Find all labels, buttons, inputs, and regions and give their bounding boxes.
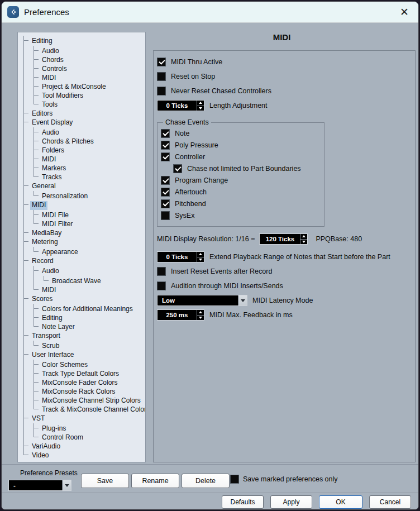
row-sysex: SysEx [161,209,324,221]
row-length-adjustment: 0 TicksLength Adjustment [157,98,411,113]
chevron-down-icon[interactable] [238,295,247,305]
row-pitchbend: Pitchbend [161,198,324,209]
cancel-button[interactable]: Cancel [369,495,411,509]
row-midi-thru-active: MIDI Thru Active [157,55,411,69]
defaults-button[interactable]: Defaults [222,495,264,509]
preset-buttons: SaveRenameDelete [81,474,230,488]
midi-settings-box: MIDI Thru ActiveReset on StopNever Reset… [153,50,416,462]
ok-button[interactable]: OK [319,495,362,509]
spinner-arrows-icon[interactable] [197,101,204,111]
preferences-tree: EditingAudioChordsControlsMIDIProject & … [19,36,144,459]
chevron-down-icon[interactable] [62,480,71,490]
midi-latency-mode-label: MIDI Latency Mode [252,297,313,304]
preference-presets-label: Preference Presets [20,469,78,477]
length-adjustment-label: Length Adjustment [209,102,268,109]
controller-label: Controller [175,153,205,161]
buttons-divider [2,492,418,493]
chase-events-legend: Chase Events [163,118,211,126]
spinner-arrows-icon[interactable] [197,252,204,262]
save-marked-checkbox[interactable] [230,475,239,484]
program-change-checkbox[interactable] [161,176,170,185]
rename-button[interactable]: Rename [131,474,179,488]
program-change-label: Program Change [175,176,228,184]
sidebar-item-editing[interactable]: Editing [30,37,54,46]
close-icon[interactable]: ✕ [396,4,413,21]
poly-pressure-label: Poly Pressure [175,141,218,149]
midi-max-feedback-in-ms-spinner[interactable]: 250 ms [157,309,204,321]
sidebar-item-general[interactable]: General [30,182,58,191]
row-extend-playback-range-of-notes-that-start-before-the-part: 0 TicksExtend Playback Range of Notes th… [157,250,411,264]
pitchbend-label: Pitchbend [175,200,206,208]
row-never-reset-chased-controllers: Never Reset Chased Controllers [157,84,411,98]
row-midi-latency-mode: LowMIDI Latency Mode [157,293,411,308]
sidebar-item-vst[interactable]: VST [30,414,46,423]
midi-latency-mode-select[interactable]: Low [157,295,247,306]
row-midi-max-feedback-in-ms: 250 msMIDI Max. Feedback in ms [157,308,411,322]
insert-reset-events-after-record-checkbox[interactable] [157,267,166,276]
sidebar-item-scores[interactable]: Scores [30,295,54,304]
sidebar-item-record[interactable]: Record [30,257,55,266]
sidebar-item-video[interactable]: Video [30,451,50,460]
preference-presets-select[interactable]: - [8,480,71,491]
midi-max-feedback-in-ms-label: MIDI Max. Feedback in ms [209,311,293,319]
ppqbase-label: PPQBase: 480 [316,235,362,243]
row-insert-reset-events-after-record: Insert Reset Events after Record [157,264,411,279]
midi-display-resolution-label: MIDI Display Resolution: 1/16 = [157,235,255,243]
poly-pressure-checkbox[interactable] [161,141,170,150]
pitchbend-checkbox[interactable] [161,199,170,208]
chase-events-group: Chase Events NotePoly PressureController… [157,118,324,227]
chase-not-limited-to-part-boundaries-label: Chase not limited to Part Boundaries [187,165,301,173]
row-reset-on-stop: Reset on Stop [157,69,411,84]
sysex-label: SysEx [175,212,194,219]
midi-display-resolution-spinner[interactable]: 120 Ticks [259,233,308,245]
row-note: Note [161,127,324,139]
note-label: Note [175,130,189,137]
reset-on-stop-label: Reset on Stop [171,73,215,80]
sidebar-item-user-interface[interactable]: User Interface [30,351,75,360]
extend-playback-range-of-notes-that-start-before-the-part-spinner[interactable]: 0 Ticks [157,251,204,262]
sidebar-item-event-display[interactable]: Event Display [30,118,74,127]
dialog-buttons: DefaultsApplyOKCancel [222,495,411,509]
spinner-arrows-icon[interactable] [300,234,307,244]
audition-through-midi-inserts-sends-checkbox[interactable] [157,281,166,290]
row-controller: Controller [161,151,324,163]
aftertouch-checkbox[interactable] [161,188,170,197]
sysex-checkbox[interactable] [161,211,170,220]
save-marked-row: Save marked preferences only [230,475,338,484]
sidebar-item-metering[interactable]: Metering [30,238,60,247]
sidebar-item-midi[interactable]: MIDI [30,201,47,210]
titlebar: Preferences ✕ [2,2,418,23]
midi-display-resolution-row: MIDI Display Resolution: 1/16 = 120 Tick… [157,233,411,245]
apply-button[interactable]: Apply [270,495,312,509]
delete-button[interactable]: Delete [182,474,230,488]
never-reset-chased-controllers-label: Never Reset Chased Controllers [171,87,271,95]
row-audition-through-midi-inserts-sends: Audition through MIDI Inserts/Sends [157,279,411,293]
audition-through-midi-inserts-sends-label: Audition through MIDI Inserts/Sends [171,282,283,290]
spinner-arrows-icon[interactable] [197,310,204,320]
row-poly-pressure: Poly Pressure [161,139,324,151]
midi-thru-active-label: MIDI Thru Active [171,58,222,66]
row-aftertouch: Aftertouch [161,186,324,198]
never-reset-chased-controllers-checkbox[interactable] [157,87,166,95]
row-program-change: Program Change [161,174,324,186]
preferences-tree-panel[interactable]: EditingAudioChordsControlsMIDIProject & … [17,32,146,462]
save-button[interactable]: Save [81,474,129,488]
page-title: MIDI [151,32,412,42]
preferences-dialog: Preferences ✕ EditingAudioChordsControls… [1,1,419,510]
insert-reset-events-after-record-label: Insert Reset Events after Record [171,268,272,275]
cubase-logo-icon [7,6,19,18]
reset-on-stop-checkbox[interactable] [157,72,166,81]
extend-playback-range-of-notes-that-start-before-the-part-label: Extend Playback Range of Notes that Star… [209,253,390,261]
controller-checkbox[interactable] [161,152,170,161]
chase-not-limited-to-part-boundaries-checkbox[interactable] [173,164,182,173]
aftertouch-label: Aftertouch [175,188,207,196]
window-title: Preferences [24,7,69,17]
sidebar-item-audio[interactable]: Audio [40,267,61,276]
footer-divider [2,464,418,465]
row-chase-not-limited-to-part-boundaries: Chase not limited to Part Boundaries [173,163,324,174]
save-marked-label: Save marked preferences only [243,475,338,483]
length-adjustment-spinner[interactable]: 0 Ticks [157,100,204,111]
sidebar-item-transport[interactable]: Transport [30,332,62,341]
note-checkbox[interactable] [161,129,170,138]
midi-thru-active-checkbox[interactable] [157,58,166,66]
